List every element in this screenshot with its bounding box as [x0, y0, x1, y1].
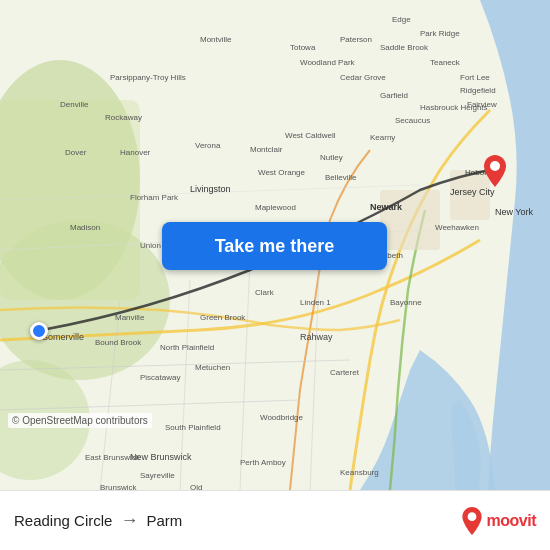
svg-text:Weehawken: Weehawken — [435, 223, 479, 232]
svg-text:Somerville: Somerville — [42, 332, 84, 342]
origin-marker — [30, 322, 48, 340]
moovit-pin-icon — [461, 507, 483, 535]
map-container: Somerville Bound Brook Piscataway Metuch… — [0, 0, 550, 490]
svg-text:Denville: Denville — [60, 100, 89, 109]
svg-text:Saddle Brook: Saddle Brook — [380, 43, 429, 52]
svg-text:Bound Brook: Bound Brook — [95, 338, 142, 347]
moovit-brand-text: moovit — [487, 512, 536, 530]
svg-text:Totowa: Totowa — [290, 43, 316, 52]
moovit-logo: moovit — [461, 507, 536, 535]
svg-text:Florham Park: Florham Park — [130, 193, 179, 202]
svg-text:North Plainfield: North Plainfield — [160, 343, 214, 352]
svg-text:East Brunswick: East Brunswick — [85, 453, 141, 462]
svg-text:Bayonne: Bayonne — [390, 298, 422, 307]
svg-text:Union: Union — [140, 241, 161, 250]
svg-text:Dover: Dover — [65, 148, 87, 157]
svg-text:Teaneck: Teaneck — [430, 58, 461, 67]
svg-text:Ridgefield: Ridgefield — [460, 86, 496, 95]
to-label: Parm — [146, 512, 182, 529]
svg-text:Fort Lee: Fort Lee — [460, 73, 490, 82]
svg-text:Belleville: Belleville — [325, 173, 357, 182]
from-label: Reading Circle — [14, 512, 112, 529]
svg-text:Manville: Manville — [115, 313, 145, 322]
route-info: Reading Circle → Parm — [14, 510, 461, 531]
svg-text:Edge: Edge — [392, 15, 411, 24]
svg-text:Woodland Park: Woodland Park — [300, 58, 356, 67]
destination-marker — [484, 155, 506, 191]
svg-text:Garfield: Garfield — [380, 91, 408, 100]
svg-text:New York: New York — [495, 207, 534, 217]
svg-text:Fairview: Fairview — [467, 100, 497, 109]
svg-point-75 — [490, 161, 500, 171]
svg-text:Kearny: Kearny — [370, 133, 395, 142]
svg-text:Clark: Clark — [255, 288, 275, 297]
footer-bar: Reading Circle → Parm moovit — [0, 490, 550, 550]
svg-rect-4 — [0, 100, 140, 300]
svg-text:Verona: Verona — [195, 141, 221, 150]
svg-text:Montclair: Montclair — [250, 145, 283, 154]
svg-text:Cedar Grove: Cedar Grove — [340, 73, 386, 82]
take-me-there-button[interactable]: Take me there — [162, 222, 387, 270]
svg-text:Sayreville: Sayreville — [140, 471, 175, 480]
svg-text:Maplewood: Maplewood — [255, 203, 296, 212]
svg-text:Perth Amboy: Perth Amboy — [240, 458, 286, 467]
svg-text:Green Brook: Green Brook — [200, 313, 246, 322]
svg-text:Brunswick: Brunswick — [100, 483, 137, 490]
svg-text:Montville: Montville — [200, 35, 232, 44]
svg-text:Linden 1: Linden 1 — [300, 298, 331, 307]
svg-text:West Caldwell: West Caldwell — [285, 131, 336, 140]
svg-text:Park Ridge: Park Ridge — [420, 29, 460, 38]
svg-text:Keansburg: Keansburg — [340, 468, 379, 477]
svg-text:Metuchen: Metuchen — [195, 363, 230, 372]
svg-text:Carteret: Carteret — [330, 368, 360, 377]
svg-rect-13 — [380, 190, 440, 250]
svg-text:Nutley: Nutley — [320, 153, 343, 162]
svg-text:South Plainfield: South Plainfield — [165, 423, 221, 432]
svg-text:West Orange: West Orange — [258, 168, 306, 177]
svg-text:Woodbridge: Woodbridge — [260, 413, 304, 422]
svg-text:Madison: Madison — [70, 223, 100, 232]
svg-text:Rahway: Rahway — [300, 332, 333, 342]
map-attribution: © OpenStreetMap contributors — [8, 413, 152, 428]
svg-text:Piscataway: Piscataway — [140, 373, 180, 382]
svg-text:Secaucus: Secaucus — [395, 116, 430, 125]
svg-text:Hanover: Hanover — [120, 148, 151, 157]
svg-text:Livingston: Livingston — [190, 184, 231, 194]
route-arrow-icon: → — [120, 510, 138, 531]
svg-text:Old: Old — [190, 483, 202, 490]
svg-text:Parsippany-Troy Hills: Parsippany-Troy Hills — [110, 73, 186, 82]
svg-text:Rockaway: Rockaway — [105, 113, 142, 122]
svg-text:Paterson: Paterson — [340, 35, 372, 44]
svg-point-76 — [467, 512, 476, 521]
